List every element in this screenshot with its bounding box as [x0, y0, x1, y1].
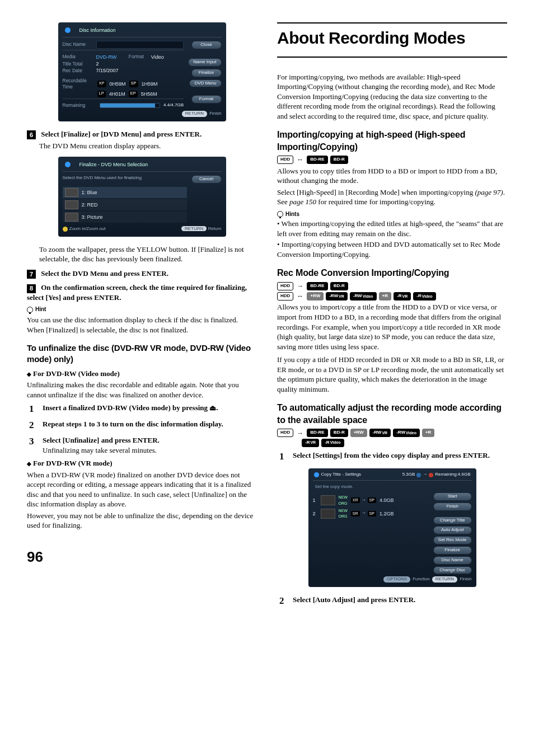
- return-text: Return: [208, 226, 221, 231]
- hint-1: When importing/copying the edited titles…: [277, 219, 507, 238]
- return-badge[interactable]: RETURN: [181, 226, 207, 231]
- bdre-badge: BD-RE: [307, 282, 327, 290]
- change-disc-button[interactable]: Change Disc: [433, 566, 472, 575]
- eject-icon: ⏏: [209, 403, 216, 412]
- right-arrow-icon: →: [296, 281, 305, 290]
- step-6-body: The DVD Menu creation display appears.: [39, 141, 257, 151]
- dashr-video-badge: -RVideo: [321, 439, 344, 447]
- mode-sp-value: 1H59M: [142, 81, 158, 87]
- hdd-badge: HDD: [277, 282, 293, 290]
- copy-row-2[interactable]: 2 NEWORG SR→SP 1.2GB: [313, 508, 433, 519]
- unfinalize-step-3-number: 3: [29, 435, 37, 455]
- menu-item-blue[interactable]: 1: Blue: [63, 187, 187, 198]
- disc-name-label: Disc Name: [63, 41, 96, 48]
- step-6-label: Select [Finalize] or [DVD Menu] and pres…: [41, 130, 202, 138]
- finish-label: Finish: [209, 111, 221, 117]
- disc-name-button[interactable]: Disc Name: [433, 556, 472, 565]
- capacity-used: 5.3GB: [402, 472, 415, 478]
- finalize-subtitle: Select the DVD Menu used for finalizing: [63, 175, 187, 181]
- video-mode-heading: For DVD-RW (Video mode): [27, 369, 257, 379]
- menu-item-red[interactable]: 2: RED: [63, 199, 187, 210]
- panel-dot-icon: [314, 472, 319, 477]
- finalize-button[interactable]: Finalize: [433, 546, 472, 555]
- format-button[interactable]: Format: [191, 95, 222, 104]
- recmode-body-1: Allows you to import/copy a title from t…: [277, 302, 507, 351]
- title-total-value: 2: [96, 60, 184, 67]
- disc-info-title: Disc Information: [79, 27, 116, 34]
- mode-xp-value: 0H59M: [110, 81, 126, 87]
- hdd-badge: HDD: [277, 156, 293, 164]
- remaining-value: 4.4/4.7GB: [163, 102, 184, 109]
- finalize-menu-panel: Finalize - DVD Menu Selection Select the…: [58, 157, 226, 237]
- close-button[interactable]: Close: [191, 41, 222, 49]
- bidir-arrow-icon: ↔: [296, 292, 305, 300]
- copy-title-settings-panel: Copy Title - Settings 5.3GB → Remaining:…: [308, 468, 476, 587]
- intro-text: For importing/copying, two methods are a…: [277, 72, 507, 121]
- hdd-badge: HDD: [277, 292, 293, 300]
- disc-information-panel: Disc Information Disc Name Media DVD-RW …: [58, 22, 226, 121]
- return-badge[interactable]: RETURN: [432, 576, 457, 583]
- return-badge[interactable]: RETURN: [182, 111, 207, 117]
- auto-step-1-number: 1: [279, 450, 287, 463]
- mode-xp-badge: XP: [97, 81, 106, 87]
- dashr-vr-badge: -RVR: [302, 439, 319, 447]
- hint-text: You can use the disc information display…: [27, 315, 257, 335]
- highspeed-badges: HDD ↔ BD-RE BD-R: [277, 155, 507, 164]
- thumbnail-icon: [321, 509, 335, 519]
- highspeed-heading: Importing/copying at high-speed (High-sp…: [277, 129, 507, 153]
- finalize-followup-text: To zoom the wallpaper, press the YELLOW …: [39, 245, 257, 264]
- auto-step-1: Select [Settings] from the video copy di…: [293, 451, 490, 459]
- copy-row-1[interactable]: 1 NEWORG XR→SP 4.0GB: [313, 495, 433, 506]
- auto-adjust-button[interactable]: Auto Adjust: [433, 526, 472, 534]
- dashr-video-badge: -RVideo: [413, 292, 435, 300]
- recmode-body-2: If you copy a title of HDD recorded in D…: [277, 355, 507, 394]
- bdr-badge: BD-R: [330, 156, 348, 164]
- remaining-label: Remaining: [63, 102, 96, 109]
- plusr-badge: +R: [422, 429, 434, 437]
- dashrw-vr-badge: -RWVR: [369, 429, 391, 437]
- unfinalize-step-2-number: 2: [29, 419, 37, 432]
- change-title-button[interactable]: Change Title: [433, 516, 472, 525]
- step-8-label: On the confirmation screen, check the ti…: [27, 283, 247, 302]
- section-title: About Recording Modes: [277, 27, 507, 50]
- step-6-number: 6: [27, 130, 36, 139]
- vr-mode-body-2: However, you may not be able to unfinali…: [27, 511, 257, 530]
- remaining-text: Remaining:4.6GB: [435, 472, 470, 478]
- recmode-badges-1: HDD → BD-RE BD-R: [277, 281, 507, 290]
- finalize-button[interactable]: Finalize: [191, 69, 222, 77]
- unfinalize-step-3a: Select [Unfinalize] and press ENTER.: [43, 435, 257, 445]
- yellow-dot-icon: [63, 227, 68, 232]
- bdr-badge: BD-R: [330, 282, 348, 290]
- video-mode-body: Unfinalizing makes the disc recordable a…: [27, 380, 257, 400]
- disc-arrow-icon: →: [423, 472, 427, 478]
- finish-button[interactable]: Finish: [433, 503, 472, 511]
- step-7-label: Select the DVD Menu and press ENTER.: [41, 269, 168, 278]
- set-rec-mode-button[interactable]: Set Rec Mode: [433, 536, 472, 544]
- hints-label: Hints: [285, 210, 299, 218]
- name-input-button[interactable]: Name Input: [188, 58, 221, 67]
- copy-panel-title: Copy Title - Settings: [321, 472, 362, 478]
- rec-time-label: Recordable Time: [63, 78, 96, 91]
- format-label: Format: [129, 54, 151, 60]
- bidir-arrow-icon: ↔: [296, 155, 305, 164]
- cancel-button[interactable]: Cancel: [191, 175, 222, 184]
- options-badge[interactable]: OPTIONS: [383, 576, 410, 583]
- unfinalize-step-1-number: 1: [29, 403, 37, 416]
- dvd-menu-button[interactable]: DVD Menu: [189, 79, 221, 88]
- step-8-number: 8: [27, 284, 36, 293]
- disc-name-field[interactable]: [96, 41, 184, 49]
- bdre-badge: BD-RE: [307, 156, 327, 164]
- plusrw-badge: +RW: [307, 292, 324, 300]
- start-button[interactable]: Start: [433, 492, 472, 501]
- mode-lp-badge: LP: [97, 91, 106, 97]
- finish-label: Finish: [460, 576, 471, 583]
- finalize-panel-title: Finalize - DVD Menu Selection: [79, 161, 148, 168]
- highspeed-body-2: Select [High-Speed] in [Recording Mode] …: [277, 187, 507, 207]
- menu-item-picture[interactable]: 3: Picture: [63, 212, 187, 223]
- right-arrow-icon: →: [362, 497, 366, 504]
- hint-2: Importing/copying between HDD and DVD au…: [277, 240, 507, 259]
- disc-red-icon: [429, 473, 433, 477]
- right-arrow-icon: →: [362, 510, 366, 516]
- auto-step-2: Select [Auto Adjust] and press ENTER.: [293, 595, 415, 604]
- bulb-icon: [27, 307, 33, 313]
